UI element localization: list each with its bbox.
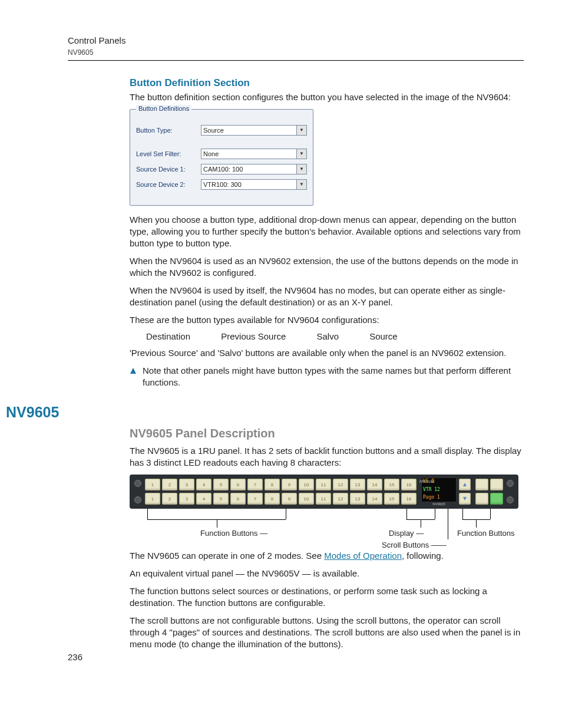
left-screws bbox=[133, 479, 143, 505]
type-previous-source: Previous Source bbox=[221, 331, 286, 341]
panel-button[interactable]: 12 bbox=[333, 493, 348, 505]
nv9605-scroll-text: The scroll buttons are not configurable … bbox=[130, 615, 524, 650]
nv9605-heading: NV9605 bbox=[6, 404, 524, 421]
button-types-list: Destination Previous Source Salvo Source bbox=[146, 331, 524, 341]
panel-button[interactable]: 15 bbox=[384, 493, 399, 505]
panel-button[interactable]: 2 bbox=[162, 479, 177, 490]
panel-button[interactable]: 7 bbox=[247, 479, 263, 490]
panel-button[interactable]: 4 bbox=[196, 493, 211, 505]
dropdown-arrow-icon: ▼ bbox=[296, 149, 306, 159]
bd-label-level-filter: Level Set Filter: bbox=[136, 150, 201, 157]
panel-button[interactable]: 1 bbox=[145, 479, 160, 490]
callout-scroll-buttons: Scroll Buttons —— bbox=[382, 541, 447, 549]
svg-marker-2 bbox=[463, 497, 467, 500]
scroll-down-button[interactable] bbox=[459, 493, 471, 505]
panel-button[interactable]: 6 bbox=[230, 493, 246, 505]
bd-select-source1[interactable]: CAM100: 100 ▼ bbox=[201, 164, 307, 174]
note-row: Note that other panels might have button… bbox=[130, 365, 524, 388]
lcd-line3: Page 1 bbox=[423, 495, 455, 500]
triangle-down-icon bbox=[462, 496, 467, 501]
bd-value-button-type: Source bbox=[203, 127, 224, 134]
type-destination: Destination bbox=[146, 331, 190, 341]
bd-itself-text: When the NV9604 is used by itself, the N… bbox=[130, 285, 524, 308]
panel-button[interactable]: 5 bbox=[213, 493, 229, 505]
nv9605-subheading: NV9605 Panel Description bbox=[130, 427, 524, 440]
panel-button[interactable]: 14 bbox=[367, 479, 382, 490]
dropdown-arrow-icon: ▼ bbox=[296, 180, 306, 189]
running-header-subtitle: NV9605 bbox=[68, 48, 524, 57]
panel-button[interactable]: 9 bbox=[282, 479, 297, 490]
screw-icon bbox=[507, 480, 514, 487]
svg-marker-1 bbox=[463, 483, 467, 486]
panel-button[interactable]: 10 bbox=[299, 493, 314, 505]
panel-button[interactable]: 1 bbox=[145, 493, 160, 505]
bd-panel-legend: Button Definitions bbox=[136, 105, 191, 112]
panel-button[interactable]: 9 bbox=[282, 493, 297, 505]
triangle-up-icon bbox=[462, 482, 467, 487]
panel-button[interactable]: 4 bbox=[196, 479, 211, 490]
lcd-line2: VTR 12 bbox=[423, 487, 455, 493]
func-button[interactable] bbox=[490, 479, 503, 490]
bd-label-button-type: Button Type: bbox=[136, 127, 201, 134]
running-header-title: Control Panels bbox=[68, 35, 524, 46]
bd-select-button-type[interactable]: Source ▼ bbox=[201, 125, 307, 136]
bd-prevsalvo-text: 'Previous Source' and 'Salvo' buttons ar… bbox=[130, 347, 524, 359]
note-triangle-icon bbox=[130, 367, 137, 374]
panel-button[interactable]: 5 bbox=[213, 479, 229, 490]
left-button-grid: 12345678910111213141516 1234567891011121… bbox=[145, 479, 416, 505]
func-button[interactable] bbox=[475, 493, 488, 505]
nv9605-panel-diagram: 12345678910111213141516 1234567891011121… bbox=[130, 475, 518, 509]
nv9605-intro: The NV9605 is a 1RU panel. It has 2 sets… bbox=[130, 445, 524, 469]
panel-button[interactable]: 2 bbox=[162, 493, 177, 505]
screw-icon bbox=[134, 496, 141, 503]
panel-button[interactable]: 10 bbox=[299, 479, 314, 490]
panel-button[interactable]: 15 bbox=[384, 479, 399, 490]
modes-of-operation-link[interactable]: Modes of Operation bbox=[324, 551, 402, 561]
panel-button[interactable]: 13 bbox=[350, 479, 365, 490]
panel-button[interactable]: 8 bbox=[265, 493, 280, 505]
panel-button[interactable]: 12 bbox=[333, 479, 348, 490]
diagram-callouts: Function Buttons — Display — Scroll Butt… bbox=[130, 509, 518, 550]
callout-function-buttons: Function Buttons — bbox=[200, 529, 267, 538]
nv9605-modes-text: The NV9605 can operate in one of 2 modes… bbox=[130, 550, 524, 562]
button-definitions-panel: Button Definitions Button Type: Source ▼… bbox=[130, 109, 313, 206]
panel-button[interactable]: 11 bbox=[316, 493, 331, 505]
bd-value-source1: CAM100: 100 bbox=[203, 166, 243, 173]
callout-display: Display — bbox=[389, 529, 424, 538]
header-divider bbox=[68, 60, 524, 61]
bd-value-level-filter: None bbox=[203, 150, 219, 157]
bd-label-source2: Source Device 2: bbox=[136, 181, 201, 188]
bd-label-source1: Source Device 1: bbox=[136, 166, 201, 173]
bd-select-source2[interactable]: VTR100: 300 ▼ bbox=[201, 179, 307, 190]
scroll-button-col bbox=[459, 479, 471, 505]
type-source: Source bbox=[369, 331, 398, 341]
panel-button[interactable]: 16 bbox=[401, 493, 416, 505]
bd-behavior-text: When you choose a button type, additiona… bbox=[130, 214, 524, 249]
model-label: NV9605 bbox=[421, 502, 457, 506]
func-button[interactable] bbox=[490, 493, 503, 505]
panel-button[interactable]: 8 bbox=[265, 479, 280, 490]
func-button[interactable] bbox=[475, 479, 488, 490]
panel-button[interactable]: 11 bbox=[316, 479, 331, 490]
panel-button[interactable]: 3 bbox=[179, 479, 194, 490]
nv9605-func-text: The function buttons select sources or d… bbox=[130, 585, 524, 609]
button-definition-heading: Button Definition Section bbox=[130, 77, 524, 89]
panel-button[interactable]: 6 bbox=[230, 479, 246, 490]
right-screws bbox=[505, 479, 515, 505]
bd-types-intro: These are the button types available for… bbox=[130, 314, 524, 326]
note-text: Note that other panels might have button… bbox=[143, 365, 524, 388]
svg-marker-0 bbox=[130, 368, 136, 374]
panel-button[interactable]: 3 bbox=[179, 493, 194, 505]
bd-extension-text: When the NV9604 is used as an NV9602 ext… bbox=[130, 255, 524, 279]
page-number: 236 bbox=[68, 652, 82, 662]
panel-button[interactable]: 16 bbox=[401, 479, 416, 490]
type-salvo: Salvo bbox=[316, 331, 339, 341]
panel-button[interactable]: 7 bbox=[247, 493, 263, 505]
panel-button[interactable]: 14 bbox=[367, 493, 382, 505]
bd-value-source2: VTR100: 300 bbox=[203, 181, 242, 188]
dropdown-arrow-icon: ▼ bbox=[296, 164, 306, 174]
scroll-up-button[interactable] bbox=[459, 479, 471, 490]
brand-label: Miranda bbox=[419, 479, 434, 483]
panel-button[interactable]: 13 bbox=[350, 493, 365, 505]
bd-select-level-filter[interactable]: None ▼ bbox=[201, 149, 307, 159]
